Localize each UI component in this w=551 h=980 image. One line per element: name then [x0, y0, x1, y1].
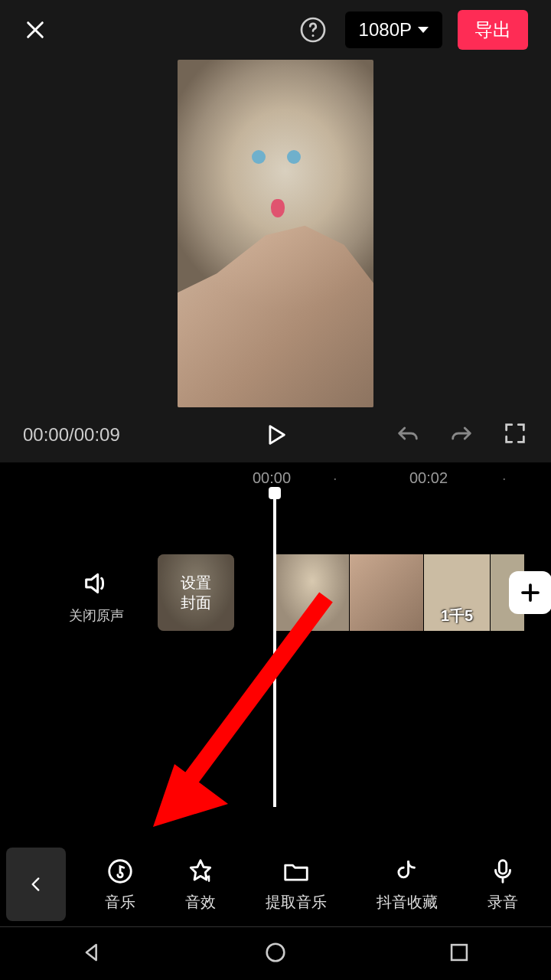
douyin-icon — [393, 857, 422, 886]
svg-point-6 — [267, 943, 285, 961]
close-icon — [23, 18, 47, 42]
add-clip-button[interactable] — [509, 571, 551, 614]
toolbar-record[interactable]: 录音 — [487, 857, 518, 913]
undo-button[interactable] — [395, 420, 421, 449]
playhead[interactable] — [273, 493, 276, 807]
mute-original-sound[interactable]: 关闭原声 — [69, 568, 124, 625]
close-button[interactable] — [23, 18, 47, 42]
system-nav-bar — [0, 926, 551, 980]
music-icon — [106, 857, 135, 886]
redo-icon — [448, 420, 474, 446]
set-cover-button[interactable]: 设置 封面 — [158, 554, 234, 631]
circle-home-icon — [262, 939, 289, 965]
cover-label: 设置 封面 — [181, 573, 211, 612]
toolbar-label: 音乐 — [105, 892, 135, 913]
tick-label: 00:02 — [409, 469, 448, 487]
resolution-label: 1080P — [359, 19, 412, 41]
system-back-button[interactable] — [79, 939, 105, 969]
svg-rect-7 — [452, 945, 467, 960]
toolbar-back-button[interactable] — [6, 848, 66, 921]
fullscreen-button[interactable] — [502, 420, 528, 449]
mic-icon — [488, 857, 517, 886]
mute-label: 关闭原声 — [69, 606, 124, 625]
svg-rect-5 — [500, 860, 507, 873]
playback-controls-row: 00:00/00:09 — [0, 407, 551, 462]
system-home-button[interactable] — [262, 939, 289, 969]
top-bar: 1080P 导出 — [0, 0, 551, 60]
toolbar-music[interactable]: 音乐 — [105, 857, 135, 913]
svg-point-1 — [311, 34, 314, 37]
system-recents-button[interactable] — [446, 939, 472, 969]
star-icon — [186, 857, 215, 886]
toolbar-label: 录音 — [487, 892, 518, 913]
tick-label: 00:00 — [253, 469, 291, 487]
toolbar-label: 音效 — [185, 892, 216, 913]
folder-icon — [282, 857, 311, 886]
clip-frame[interactable] — [276, 554, 349, 631]
toolbar-label: 抖音收藏 — [377, 892, 438, 913]
plus-icon — [519, 581, 542, 604]
chevron-left-icon — [26, 874, 46, 894]
clips-container[interactable]: 1千5 — [276, 554, 524, 631]
clip-frame[interactable] — [350, 554, 423, 631]
time-display: 00:00/00:09 — [23, 424, 120, 446]
speaker-icon — [81, 568, 112, 599]
play-icon — [262, 422, 289, 448]
help-icon — [299, 16, 327, 44]
toolbar-extract-music[interactable]: 提取音乐 — [266, 857, 327, 913]
preview-area: 00:00/00:09 — [0, 60, 551, 462]
redo-button[interactable] — [448, 420, 474, 449]
toolbar-label: 提取音乐 — [266, 892, 327, 913]
bottom-toolbar: 音乐 音效 提取音乐 抖音收藏 录音 — [0, 842, 551, 926]
clip-overlay-text: 1千5 — [441, 606, 473, 626]
help-button[interactable] — [299, 16, 327, 44]
export-button[interactable]: 导出 — [458, 10, 528, 50]
clip-frame[interactable]: 1千5 — [424, 554, 490, 631]
tick-dot: · — [333, 469, 337, 487]
square-recents-icon — [446, 939, 472, 965]
tick-dot: · — [502, 469, 507, 487]
fullscreen-icon — [502, 420, 528, 446]
toolbar-douyin-favorites[interactable]: 抖音收藏 — [377, 857, 438, 913]
play-button[interactable] — [262, 422, 289, 448]
triangle-back-icon — [79, 939, 105, 965]
caret-down-icon — [418, 27, 429, 33]
timeline-area[interactable]: 00:00 · 00:02 · 关闭原声 设置 封面 1千5 — [0, 462, 551, 830]
toolbar-sound-effect[interactable]: 音效 — [185, 857, 216, 913]
undo-icon — [395, 420, 421, 446]
video-preview[interactable] — [0, 60, 551, 407]
resolution-button[interactable]: 1080P — [345, 11, 442, 48]
